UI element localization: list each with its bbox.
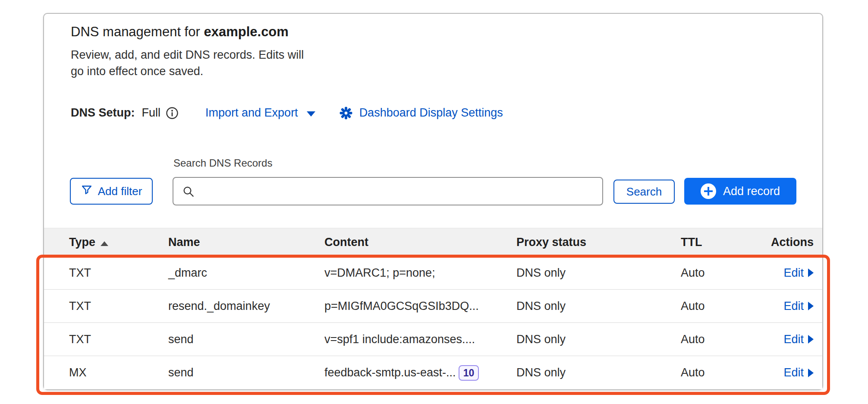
column-header-type-label: Type bbox=[69, 236, 95, 249]
dns-setup-value: Full bbox=[142, 106, 161, 120]
dns-setup-label: DNS Setup: bbox=[71, 106, 135, 120]
cell-type: TXT bbox=[69, 266, 168, 280]
page-title-text: DNS management for bbox=[71, 24, 200, 39]
cell-ttl: Auto bbox=[681, 333, 763, 346]
cell-proxy-status: DNS only bbox=[516, 366, 681, 379]
cell-name: send bbox=[168, 366, 324, 379]
edit-record-link[interactable]: Edit bbox=[783, 366, 814, 379]
add-filter-button[interactable]: Add filter bbox=[70, 178, 153, 205]
dashboard-display-settings-link[interactable]: Dashboard Display Settings bbox=[340, 106, 503, 120]
priority-badge: 10 bbox=[459, 365, 479, 381]
dns-management-card: DNS management for example.com Review, a… bbox=[43, 13, 823, 390]
column-header-ttl: TTL bbox=[681, 236, 763, 249]
cell-actions: Edit bbox=[763, 333, 814, 346]
description-line-2: go into effect once saved. bbox=[71, 63, 822, 79]
description-line-1: Review, add, and edit DNS records. Edits… bbox=[71, 47, 822, 63]
column-header-name: Name bbox=[168, 236, 324, 249]
search-button[interactable]: Search bbox=[613, 180, 675, 204]
cell-actions: Edit bbox=[763, 300, 814, 313]
cell-content: p=MIGfMA0GCSqGSIb3DQ... bbox=[324, 300, 516, 313]
cell-content-text: feedback-smtp.us-east-... bbox=[324, 366, 456, 379]
table-row: TXT _dmarc v=DMARC1; p=none; DNS only Au… bbox=[44, 256, 822, 290]
import-export-link[interactable]: Import and Export bbox=[205, 106, 315, 120]
dashboard-display-settings-label: Dashboard Display Settings bbox=[359, 106, 503, 120]
cell-name: send bbox=[168, 333, 324, 346]
search-icon bbox=[182, 185, 195, 200]
table-header-row: Type Name Content Proxy status TTL Actio… bbox=[44, 228, 822, 256]
cell-name: resend._domainkey bbox=[168, 300, 324, 313]
edit-record-link[interactable]: Edit bbox=[783, 333, 814, 346]
column-header-actions: Actions bbox=[763, 236, 814, 249]
info-circle-icon[interactable] bbox=[166, 107, 179, 120]
column-header-type[interactable]: Type bbox=[69, 236, 168, 249]
gear-icon bbox=[340, 107, 352, 120]
cell-actions: Edit bbox=[763, 266, 814, 280]
cell-type: TXT bbox=[69, 300, 168, 313]
chevron-right-icon bbox=[808, 302, 814, 310]
chevron-right-icon bbox=[808, 268, 814, 277]
edit-record-link[interactable]: Edit bbox=[783, 266, 814, 280]
edit-label: Edit bbox=[783, 266, 804, 280]
cell-content: v=spf1 include:amazonses.... bbox=[324, 333, 516, 346]
search-button-label: Search bbox=[626, 185, 662, 199]
table-body: TXT _dmarc v=DMARC1; p=none; DNS only Au… bbox=[44, 256, 822, 389]
edit-label: Edit bbox=[783, 300, 804, 313]
cell-proxy-status: DNS only bbox=[516, 266, 681, 280]
column-header-content: Content bbox=[324, 236, 516, 249]
cell-ttl: Auto bbox=[681, 366, 763, 379]
edit-record-link[interactable]: Edit bbox=[783, 300, 814, 313]
filter-icon bbox=[81, 184, 93, 199]
page-title: DNS management for example.com bbox=[71, 23, 822, 41]
chevron-right-icon bbox=[808, 335, 814, 344]
cell-actions: Edit bbox=[763, 366, 814, 379]
search-input-container bbox=[173, 177, 603, 205]
chevron-right-icon bbox=[808, 369, 814, 377]
dns-management-page: DNS management for example.com Review, a… bbox=[0, 0, 868, 404]
plus-circle-icon bbox=[701, 183, 716, 199]
dns-setup-row: DNS Setup: Full Import and Export bbox=[71, 106, 822, 120]
search-dns-records-label: Search DNS Records bbox=[173, 157, 272, 169]
import-export-label: Import and Export bbox=[205, 106, 298, 120]
cell-name: _dmarc bbox=[168, 266, 324, 280]
cell-proxy-status: DNS only bbox=[516, 300, 681, 313]
add-record-button[interactable]: Add record bbox=[684, 178, 796, 205]
column-header-proxy-status: Proxy status bbox=[516, 236, 681, 249]
edit-label: Edit bbox=[783, 333, 804, 346]
table-row: TXT send v=spf1 include:amazonses.... DN… bbox=[44, 323, 822, 356]
add-record-label: Add record bbox=[723, 185, 780, 198]
table-row: TXT resend._domainkey p=MIGfMA0GCSqGSIb3… bbox=[44, 290, 822, 323]
table-row: MX send feedback-smtp.us-east-... 10 DNS… bbox=[44, 356, 822, 389]
edit-label: Edit bbox=[783, 366, 804, 379]
sort-ascending-icon bbox=[101, 241, 108, 246]
cell-ttl: Auto bbox=[681, 266, 763, 280]
page-title-domain: example.com bbox=[204, 24, 288, 39]
cell-type: TXT bbox=[69, 333, 168, 346]
search-dns-records-input[interactable] bbox=[200, 178, 597, 205]
caret-down-icon bbox=[307, 111, 315, 117]
cell-ttl: Auto bbox=[681, 300, 763, 313]
add-filter-label: Add filter bbox=[98, 185, 142, 198]
page-description: Review, add, and edit DNS records. Edits… bbox=[71, 47, 822, 79]
cell-content: feedback-smtp.us-east-... 10 bbox=[324, 365, 516, 381]
cell-type: MX bbox=[69, 366, 168, 379]
cell-proxy-status: DNS only bbox=[516, 333, 681, 346]
card-header: DNS management for example.com Review, a… bbox=[44, 14, 822, 120]
cell-content: v=DMARC1; p=none; bbox=[324, 266, 516, 280]
